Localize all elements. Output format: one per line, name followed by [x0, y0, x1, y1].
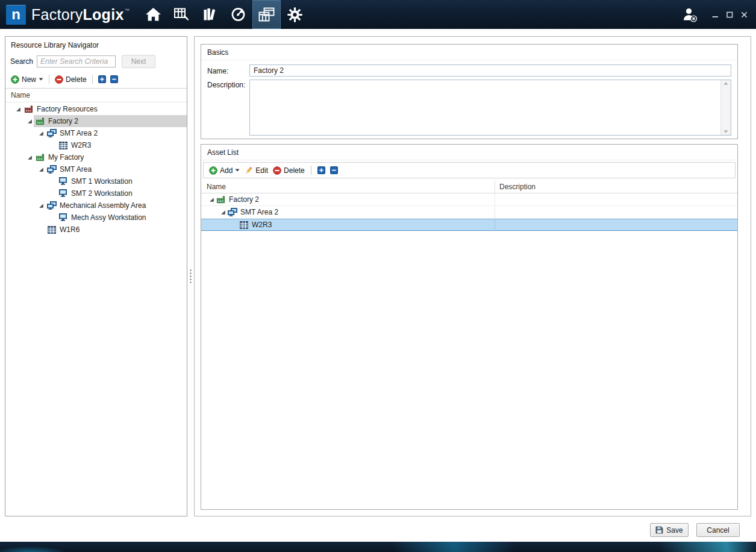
asset-row-smt-area-2[interactable]: SMT Area 2	[201, 206, 737, 219]
navigator-toolbar: New Delete	[5, 71, 187, 88]
save-button[interactable]: Save	[650, 523, 689, 537]
tree-item-body: W1R6	[45, 224, 187, 236]
asset-cell-name: Factory 2	[201, 193, 495, 205]
tree-indent	[5, 145, 48, 146]
tree-item-smt-area-2[interactable]: SMT Area 2	[5, 127, 187, 139]
tree-item-body: SMT Area	[45, 163, 187, 175]
add-button[interactable]: Add	[209, 166, 240, 175]
tree-indent	[5, 193, 48, 194]
description-label: Description:	[207, 80, 249, 89]
asset-collapse-all-button[interactable]	[330, 166, 338, 174]
tree-indent	[5, 121, 25, 122]
maximize-button[interactable]	[726, 11, 733, 18]
expander-expanded-icon[interactable]	[219, 210, 227, 215]
asset-table-header: Name Description	[201, 180, 737, 193]
brand-trademark: ™	[125, 8, 130, 13]
grid-asset-icon	[239, 221, 249, 229]
delete-button[interactable]: Delete	[55, 75, 87, 84]
column-header-name[interactable]: Name	[201, 180, 495, 193]
asset-cell-name: SMT Area 2	[201, 206, 495, 218]
factory-icon	[35, 117, 45, 125]
cancel-button[interactable]: Cancel	[696, 523, 740, 537]
description-row: Description:	[207, 80, 731, 136]
expander-expanded-icon[interactable]	[37, 131, 45, 136]
textarea-scrollbar[interactable]	[720, 80, 731, 135]
tree-item-w2r3[interactable]: W2R3	[5, 139, 187, 151]
titlebar-right	[682, 7, 756, 22]
panel-splitter[interactable]	[188, 36, 193, 516]
tree-indent	[5, 205, 37, 206]
area-icon	[227, 208, 237, 216]
toolbar-separator	[92, 75, 93, 84]
asset-row-w2r3[interactable]: W2R3	[201, 219, 737, 231]
asset-expand-all-button[interactable]	[317, 166, 325, 174]
asset-row-label: SMT Area 2	[240, 208, 278, 216]
expander-expanded-icon[interactable]	[25, 119, 34, 124]
asset-row-label: Factory 2	[229, 195, 259, 204]
asset-delete-button-label: Delete	[284, 166, 305, 175]
tree-item-label: My Factory	[48, 153, 84, 162]
expander-expanded-icon[interactable]	[37, 167, 45, 172]
edit-button-label: Edit	[255, 166, 268, 175]
asset-delete-button[interactable]: Delete	[273, 166, 305, 175]
next-button[interactable]: Next	[122, 55, 155, 68]
nav-home[interactable]	[139, 0, 167, 29]
nav-settings[interactable]	[281, 0, 309, 29]
tree-item-smt-2-workstation[interactable]: SMT 2 Workstation	[5, 187, 187, 199]
delete-button-label: Delete	[66, 75, 87, 84]
tree-item-label: W1R6	[60, 225, 80, 234]
asset-list-title: Asset List	[201, 145, 737, 160]
factory-icon	[216, 195, 226, 204]
collapse-all-button[interactable]	[110, 75, 118, 83]
nav-resources-active[interactable]	[252, 0, 281, 29]
app-logo: n	[6, 5, 26, 25]
edit-button[interactable]: Edit	[245, 166, 268, 175]
user-account-icon[interactable]	[682, 7, 698, 22]
tree-item-my-factory[interactable]: My Factory	[5, 151, 187, 163]
scroll-up-icon[interactable]	[723, 82, 728, 85]
tree-item-body: Factory 2	[34, 115, 187, 127]
expand-all-icon	[98, 75, 106, 83]
tree-item-body: W2R3	[57, 139, 187, 151]
asset-toolbar: Add Edit Delete	[203, 162, 736, 178]
expander-expanded-icon[interactable]	[14, 107, 22, 112]
expander-expanded-icon[interactable]	[207, 197, 216, 202]
description-input[interactable]	[249, 80, 731, 136]
name-label: Name:	[207, 66, 249, 75]
nav-tracking[interactable]	[224, 0, 252, 29]
tree-item-label: SMT Area 2	[60, 129, 98, 137]
tree-item-w1r6[interactable]: W1R6	[5, 224, 187, 236]
tree-column-header-name[interactable]: Name	[5, 88, 187, 102]
tree-item-label: SMT 1 Workstation	[71, 177, 133, 186]
tree-item-mechanical-assembly-area[interactable]: Mechanical Assembly Area	[5, 199, 187, 212]
tree-item-factory-resources[interactable]: Factory Resources	[5, 103, 187, 115]
delete-circle-icon	[273, 166, 281, 175]
close-button[interactable]	[740, 11, 748, 18]
search-input[interactable]	[37, 55, 116, 67]
nav-production[interactable]	[167, 0, 196, 29]
scroll-down-icon[interactable]	[723, 130, 728, 133]
workstation-icon	[58, 189, 68, 198]
nav-materials[interactable]	[196, 0, 224, 29]
tree-item-body: My Factory	[34, 151, 187, 163]
expand-all-button[interactable]	[98, 75, 106, 83]
brand-factory: Factory	[31, 6, 83, 24]
new-button[interactable]: New	[11, 75, 43, 84]
tree-item-smt-area[interactable]: SMT Area	[5, 163, 187, 175]
name-input[interactable]	[249, 64, 731, 77]
tree-item-smt-1-workstation[interactable]: SMT 1 Workstation	[5, 175, 187, 187]
expander-expanded-icon[interactable]	[25, 155, 34, 160]
minimize-button[interactable]	[711, 11, 719, 18]
tree-indent	[5, 133, 37, 134]
tree-item-factory-2[interactable]: Factory 2	[5, 115, 187, 127]
expander-expanded-icon[interactable]	[37, 203, 45, 209]
status-strip	[0, 542, 756, 552]
titlebar: n FactoryLogix™	[0, 0, 756, 29]
column-header-description[interactable]: Description	[495, 183, 737, 191]
logo-letter: n	[11, 7, 20, 22]
tree-item-body: SMT 1 Workstation	[57, 175, 187, 187]
asset-row-factory-2[interactable]: Factory 2	[201, 193, 737, 206]
workstation-icon	[58, 213, 68, 222]
window-controls	[711, 11, 748, 18]
tree-item-mech-assy-workstation[interactable]: Mech Assy Workstation	[5, 212, 187, 224]
